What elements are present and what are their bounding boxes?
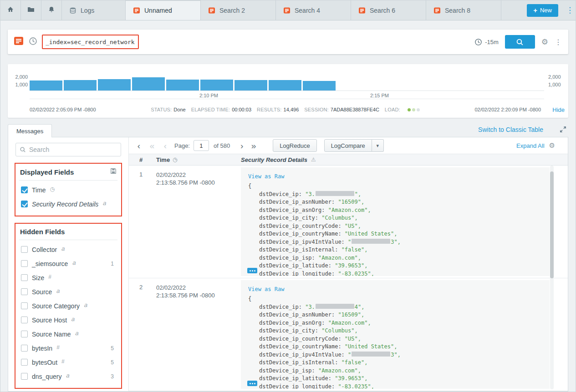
- field-item-source-host[interactable]: Source Hosta: [19, 313, 117, 327]
- fullscreen-expand-icon[interactable]: [560, 126, 566, 135]
- field-item-collector[interactable]: Collectora: [19, 242, 117, 256]
- table-settings-gear-icon[interactable]: ⚙: [549, 141, 555, 150]
- y-axis-label-2000-right: 2,000: [548, 74, 566, 80]
- field-item-source-name[interactable]: Source Namea: [19, 327, 117, 341]
- histogram-bar[interactable]: [132, 77, 165, 90]
- field-checkbox[interactable]: [21, 345, 28, 352]
- field-item-bytesout[interactable]: bytesOut#5: [19, 355, 117, 369]
- library-button[interactable]: [21, 0, 41, 20]
- field-type-icon: a: [61, 245, 65, 252]
- field-label: bytesIn: [32, 345, 52, 352]
- new-tab-button[interactable]: + New: [527, 4, 558, 17]
- view-as-raw-link[interactable]: View as Raw: [248, 173, 284, 180]
- field-checkbox[interactable]: [21, 359, 28, 366]
- x-tick-2-10: 2:10 PM: [199, 93, 218, 98]
- histogram-bar[interactable]: [303, 81, 336, 90]
- logcompare-caret-icon[interactable]: ▾: [372, 139, 384, 152]
- field-search-input[interactable]: [29, 146, 117, 153]
- field-item-source-category[interactable]: Source Categorya: [19, 299, 117, 313]
- messages-main: ‹ « ‹ Page: of 580 › » LogReduce LogComp…: [129, 137, 568, 391]
- column-header-details[interactable]: Security Record Details ⚠: [241, 156, 568, 163]
- next-page-icon[interactable]: ›: [238, 141, 245, 150]
- histogram-bar[interactable]: [98, 79, 131, 90]
- field-label: _siemsource: [32, 260, 68, 267]
- json-content: {dstDevice_ip: "3.",dstDevice_ip_asnNumb…: [248, 182, 542, 276]
- field-item-time[interactable]: Time◷: [19, 183, 117, 197]
- field-label: Security Record Details: [32, 201, 98, 208]
- home-icon: [7, 6, 14, 15]
- view-as-raw-link[interactable]: View as Raw: [248, 286, 284, 292]
- field-item-size[interactable]: Size#: [19, 271, 117, 285]
- field-checkbox[interactable]: [21, 246, 28, 253]
- time-range-picker[interactable]: -15m: [474, 38, 499, 46]
- search-kebab-icon[interactable]: ⋮: [555, 38, 562, 46]
- field-checkbox[interactable]: [21, 260, 28, 267]
- tab-label: Search 4: [295, 7, 320, 14]
- run-search-button[interactable]: [505, 35, 535, 49]
- histogram-bar[interactable]: [234, 80, 267, 90]
- tab-unnamed[interactable]: Unnamed: [126, 0, 201, 20]
- tab-search-2[interactable]: Search 2: [201, 0, 276, 20]
- logreduce-button[interactable]: LogReduce: [273, 139, 317, 152]
- sumo-search-icon: [133, 7, 140, 14]
- field-checkbox[interactable]: [21, 186, 28, 193]
- histogram-bar[interactable]: [64, 80, 97, 90]
- column-header-time[interactable]: Time ◷: [156, 156, 241, 163]
- first-page-icon[interactable]: «: [148, 141, 156, 150]
- field-item-security-record-details[interactable]: Security Record Detailsa: [19, 197, 117, 211]
- previous-page-icon[interactable]: ‹: [162, 141, 169, 150]
- messages-panel: Displayed Fields Time◷Security Record De…: [8, 137, 568, 392]
- fields-sidebar: Displayed Fields Time◷Security Record De…: [8, 137, 129, 391]
- column-header-number[interactable]: #: [129, 156, 156, 163]
- back-icon[interactable]: ‹: [135, 141, 143, 150]
- tab-search-4[interactable]: Search 4: [276, 0, 351, 20]
- histogram-bar[interactable]: [269, 80, 301, 90]
- sumo-search-icon: [283, 7, 291, 14]
- tab-search-8[interactable]: Search 8: [426, 0, 501, 20]
- save-fields-icon[interactable]: [110, 168, 117, 176]
- hide-histogram-link[interactable]: Hide: [552, 106, 565, 113]
- page-number-input[interactable]: [194, 140, 209, 151]
- expand-message-button[interactable]: [247, 381, 257, 386]
- logcompare-button[interactable]: LogCompare: [324, 139, 372, 152]
- tab-bar-kebab-icon[interactable]: ⋮: [566, 5, 574, 15]
- field-checkbox[interactable]: [21, 288, 28, 295]
- sumo-logic-icon: [14, 36, 24, 47]
- field-type-icon: a: [75, 330, 79, 337]
- histogram-bar[interactable]: [166, 80, 199, 90]
- field-checkbox[interactable]: [21, 317, 28, 323]
- field-checkbox[interactable]: [21, 274, 28, 281]
- redacted-value: [316, 304, 354, 309]
- notifications-button[interactable]: [41, 0, 62, 20]
- load-indicator: [408, 108, 420, 111]
- home-button[interactable]: [0, 0, 21, 20]
- search-history-icon[interactable]: [29, 37, 37, 47]
- row-number: 2: [129, 278, 156, 391]
- y-axis-label-1000-left: 1,000: [10, 82, 28, 87]
- table-scrollbar[interactable]: [550, 166, 554, 389]
- time-range-value: -15m: [485, 39, 499, 45]
- field-checkbox[interactable]: [21, 201, 28, 207]
- field-search-box[interactable]: [15, 143, 121, 156]
- field-checkbox[interactable]: [21, 331, 28, 337]
- tab-search-6[interactable]: Search 6: [351, 0, 426, 20]
- expand-message-button[interactable]: [247, 268, 257, 273]
- switch-to-classic-table-link[interactable]: Switch to Classic Table: [478, 126, 543, 133]
- search-query-input[interactable]: [44, 36, 137, 47]
- field-item-_siemsource[interactable]: _siemsourcea1: [19, 256, 117, 271]
- field-item-dns_query[interactable]: dns_querya3: [19, 369, 117, 383]
- expand-all-link[interactable]: Expand All: [516, 142, 544, 149]
- search-settings-gear-icon[interactable]: ⚙: [541, 37, 548, 47]
- field-checkbox[interactable]: [21, 373, 28, 380]
- field-checkbox[interactable]: [21, 302, 28, 309]
- last-page-icon[interactable]: »: [250, 141, 257, 150]
- scrollbar-thumb[interactable]: [550, 171, 554, 278]
- field-item-bytesin[interactable]: bytesIn#5: [19, 341, 117, 355]
- field-item-source[interactable]: Sourcea: [19, 285, 117, 299]
- sumo-search-icon: [208, 7, 215, 14]
- histogram-bar[interactable]: [200, 80, 233, 90]
- tab-messages[interactable]: Messages: [8, 124, 52, 137]
- tab-logs[interactable]: Logs: [62, 0, 126, 20]
- histogram-bar[interactable]: [30, 80, 62, 90]
- status-field-label: LOAD:: [385, 107, 400, 112]
